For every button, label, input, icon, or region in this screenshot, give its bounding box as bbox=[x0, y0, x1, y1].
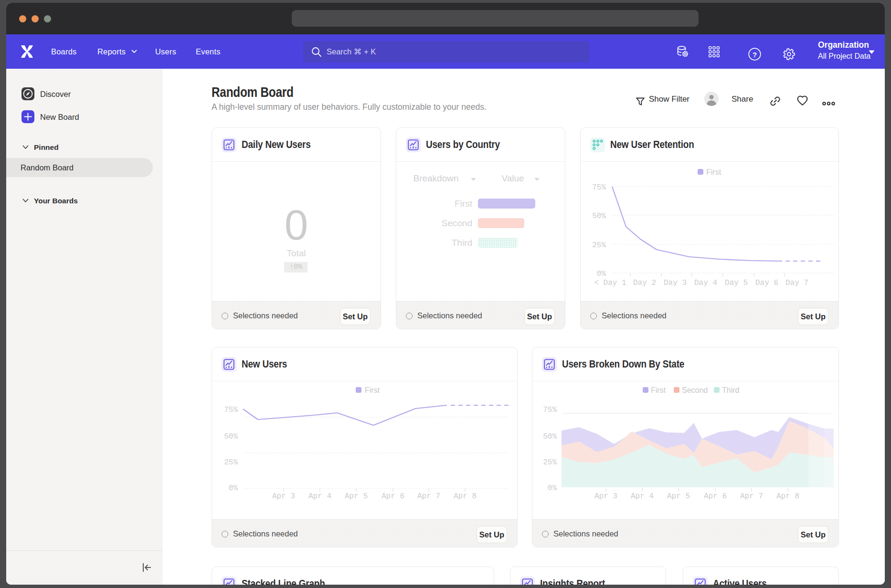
svg-text:Day 2: Day 2 bbox=[633, 279, 656, 287]
svg-text:First: First bbox=[651, 386, 666, 394]
svg-text:First: First bbox=[365, 386, 380, 394]
svg-text:Apr 7: Apr 7 bbox=[740, 492, 763, 501]
svg-text:Day 4: Day 4 bbox=[694, 279, 717, 287]
svg-text:50%: 50% bbox=[543, 432, 557, 441]
svg-text:?: ? bbox=[753, 51, 757, 59]
svg-text:Apr 4: Apr 4 bbox=[631, 492, 654, 501]
svg-text:Apr 4: Apr 4 bbox=[308, 492, 331, 501]
svg-text:0%: 0% bbox=[229, 484, 238, 493]
svg-text:Apr 8: Apr 8 bbox=[454, 492, 477, 501]
svg-text:Day 7: Day 7 bbox=[785, 279, 808, 287]
svg-text:0%: 0% bbox=[597, 270, 606, 278]
svg-text:First: First bbox=[706, 168, 721, 176]
svg-text:50%: 50% bbox=[224, 432, 238, 441]
svg-text:Apr 5: Apr 5 bbox=[345, 492, 368, 501]
svg-text:25%: 25% bbox=[592, 241, 606, 250]
svg-text:Apr 3: Apr 3 bbox=[272, 492, 295, 501]
svg-text:25%: 25% bbox=[224, 458, 238, 467]
svg-text:Third: Third bbox=[722, 386, 739, 394]
svg-text:Apr 8: Apr 8 bbox=[776, 492, 799, 501]
svg-text:75%: 75% bbox=[543, 406, 557, 414]
svg-text:Day 6: Day 6 bbox=[755, 279, 778, 287]
svg-text:25%: 25% bbox=[543, 458, 557, 467]
svg-text:50%: 50% bbox=[592, 212, 606, 220]
svg-text:75%: 75% bbox=[224, 406, 238, 414]
svg-text:Day 5: Day 5 bbox=[725, 279, 748, 287]
svg-text:Apr 6: Apr 6 bbox=[704, 492, 727, 501]
svg-text:0%: 0% bbox=[548, 484, 557, 493]
svg-text:< Day 1: < Day 1 bbox=[594, 279, 626, 287]
svg-text:Day 3: Day 3 bbox=[664, 279, 687, 287]
svg-text:75%: 75% bbox=[592, 183, 606, 192]
svg-text:Apr 7: Apr 7 bbox=[417, 492, 440, 501]
svg-text:Apr 5: Apr 5 bbox=[667, 492, 690, 501]
svg-text:Second: Second bbox=[682, 386, 708, 394]
svg-text:Apr 6: Apr 6 bbox=[382, 492, 404, 501]
svg-text:Apr 3: Apr 3 bbox=[594, 492, 617, 501]
